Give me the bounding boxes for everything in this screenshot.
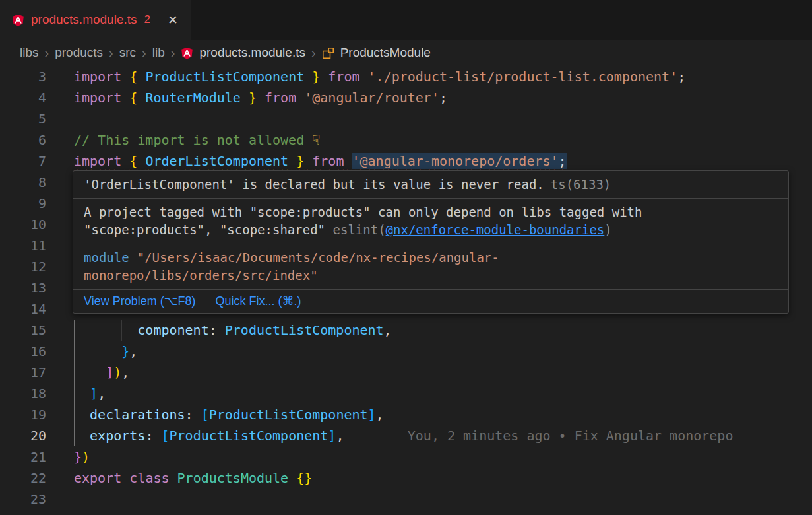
line-number[interactable]: 20 <box>0 425 46 446</box>
hover-eslint-message-line2-text: "scope:products", "scope:shared" <box>84 223 333 237</box>
eslint-rule-link[interactable]: @nx/enforce-module-boundaries <box>386 223 605 237</box>
code-token <box>320 69 328 85</box>
code-text: export class ProductsModule {} <box>74 470 312 486</box>
code-token: import <box>74 153 121 169</box>
code-token: '@angular-monorepo/orders' <box>352 153 559 169</box>
code-token: ) <box>113 364 121 380</box>
angular-icon <box>181 47 193 59</box>
module-path-line2: monorepo/libs/orders/src/index" <box>84 268 318 283</box>
hover-eslint-message-line2: "scope:products", "scope:shared" eslint(… <box>84 221 778 239</box>
indent-guide <box>121 320 137 341</box>
code-token <box>241 90 249 106</box>
breadcrumb-item-products[interactable]: products <box>55 46 103 60</box>
code-token: : <box>145 428 161 444</box>
code-token <box>170 470 177 486</box>
hover-eslint-diagnostic: A project tagged with "scope:products" c… <box>73 199 788 244</box>
line-number[interactable]: 16 <box>0 341 46 362</box>
code-token <box>121 153 129 169</box>
line-number[interactable]: 17 <box>0 362 46 383</box>
code-line-7[interactable]: 7import { OrderListComponent } from '@an… <box>0 151 812 172</box>
line-number[interactable]: 13 <box>0 277 46 298</box>
hover-eslint-source-close: ) <box>604 223 611 237</box>
vscode-editor-window: products.module.ts 2 ✕ libs › products ›… <box>0 0 812 515</box>
line-number[interactable]: 9 <box>0 193 46 214</box>
hover-status-bar: View Problem (⌥F8) Quick Fix... (⌘.) <box>73 290 788 313</box>
line-number[interactable]: 8 <box>0 172 46 193</box>
line-number[interactable]: 14 <box>0 298 46 320</box>
line-number[interactable]: 23 <box>0 489 46 510</box>
hover-ts-message: 'OrderListComponent' is declared but its… <box>84 177 544 191</box>
line-number[interactable]: 19 <box>0 404 46 425</box>
code-text: ], <box>74 386 106 401</box>
code-line-3[interactable]: 3import { ProductListComponent } from '.… <box>0 66 812 87</box>
code-line-16[interactable]: 16 }, <box>0 341 812 362</box>
indent-guide <box>106 320 121 341</box>
code-token: , <box>121 364 129 380</box>
code-text: }) <box>74 449 90 465</box>
line-number[interactable]: 3 <box>0 66 46 87</box>
tab-bar: products.module.ts 2 ✕ <box>0 0 812 40</box>
close-icon[interactable]: ✕ <box>168 13 178 28</box>
code-token: from <box>312 153 344 169</box>
chevron-right-icon: › <box>142 46 146 59</box>
code-line-15[interactable]: 15 component: ProductListComponent, <box>0 320 812 341</box>
code-line-6[interactable]: 6// This import is not allowed ☟ <box>0 129 812 151</box>
breadcrumb-item-symbol[interactable]: ProductsModule <box>340 46 431 60</box>
tab-error-count: 2 <box>144 13 150 26</box>
line-number[interactable]: 11 <box>0 235 46 256</box>
line-number[interactable]: 21 <box>0 446 46 467</box>
code-line-21[interactable]: 21}) <box>0 446 812 467</box>
indent-guide <box>90 320 106 341</box>
problem-hover-widget: 'OrderListComponent' is declared but its… <box>73 170 789 314</box>
code-line-5[interactable]: 5 <box>0 108 812 129</box>
code-line-22[interactable]: 22export class ProductsModule {} <box>0 467 812 489</box>
code-token: ☟ <box>312 132 320 148</box>
indent-guide <box>90 362 106 383</box>
line-number[interactable]: 15 <box>0 320 46 341</box>
line-number[interactable]: 6 <box>0 129 46 151</box>
breadcrumb-item-file[interactable]: products.module.ts <box>199 46 305 60</box>
code-token: OrderListComponent <box>145 153 288 169</box>
code-line-19[interactable]: 19 declarations: [ProductListComponent], <box>0 404 812 425</box>
code-line-17[interactable]: 17 ]), <box>0 362 812 383</box>
view-problem-link[interactable]: View Problem (⌥F8) <box>84 292 195 310</box>
breadcrumb-item-src[interactable]: src <box>119 46 136 60</box>
code-line-18[interactable]: 18 ], <box>0 383 812 404</box>
line-number[interactable]: 7 <box>0 151 46 172</box>
code-token: , <box>129 343 137 359</box>
breadcrumb-item-libs[interactable]: libs <box>20 46 39 60</box>
line-number[interactable]: 18 <box>0 383 46 404</box>
code-token <box>121 470 129 486</box>
line-number[interactable]: 12 <box>0 256 46 277</box>
code-line-23[interactable]: 23 <box>0 489 812 510</box>
indent-guide <box>74 425 90 446</box>
tab-products-module[interactable]: products.module.ts 2 ✕ <box>0 0 191 40</box>
code-token: export <box>74 470 121 486</box>
code-token: [ <box>201 407 209 423</box>
code-line-20[interactable]: 20 exports: [ProductListComponent], You,… <box>0 425 812 446</box>
indent-guide <box>106 341 121 362</box>
tab-title: products.module.ts <box>31 13 137 27</box>
quick-fix-link[interactable]: Quick Fix... (⌘.) <box>215 292 301 310</box>
chevron-right-icon: › <box>171 46 175 59</box>
code-token: exports <box>90 428 145 444</box>
code-token: : <box>185 407 201 423</box>
code-token: '@angular/router' <box>304 90 439 106</box>
code-token: import <box>74 69 121 85</box>
code-text: }, <box>74 343 137 359</box>
line-number[interactable]: 4 <box>0 87 46 108</box>
code-token: ] <box>90 386 98 401</box>
code-line-4[interactable]: 4import { RouterModule } from '@angular/… <box>0 87 812 108</box>
code-token: ; <box>677 69 685 85</box>
code-token <box>344 153 352 169</box>
breadcrumb-item-lib[interactable]: lib <box>152 46 165 60</box>
code-token: ProductListComponent <box>170 428 328 444</box>
line-number[interactable]: 5 <box>0 108 46 129</box>
line-number[interactable]: 22 <box>0 467 46 489</box>
code-token: } <box>74 449 82 465</box>
hover-eslint-source-open: eslint( <box>333 223 386 237</box>
line-number[interactable]: 10 <box>0 214 46 235</box>
code-token <box>137 69 145 85</box>
code-token: , <box>98 386 106 401</box>
code-token: import <box>74 90 121 106</box>
